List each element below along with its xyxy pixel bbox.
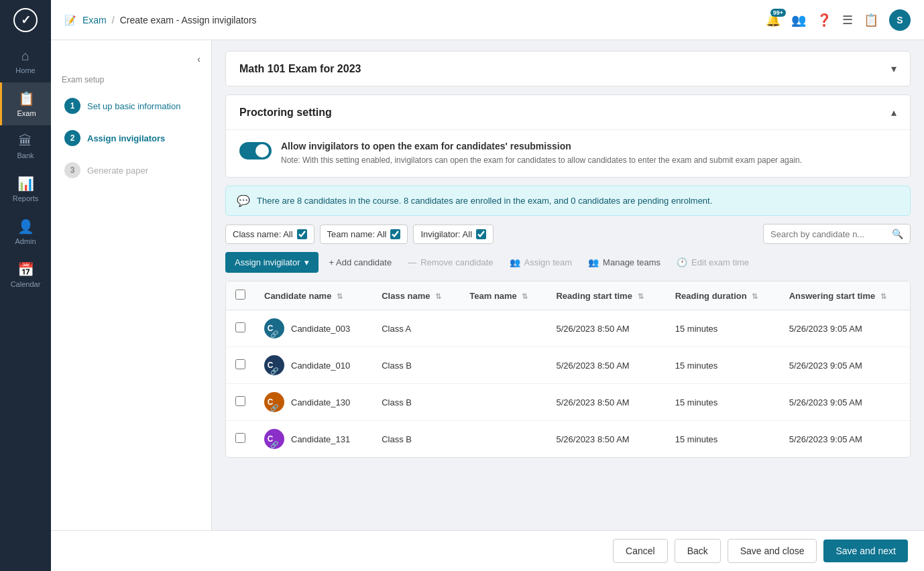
team-name-label: Team name (469, 291, 517, 301)
app-logo[interactable]: ✓ (0, 0, 51, 40)
sidebar-item-label: Bank (17, 151, 34, 160)
step-2[interactable]: 2 Assign invigilators (62, 125, 200, 151)
search-input[interactable] (770, 229, 888, 239)
row-answering-start-time: 5/26/2023 9:05 AM (780, 384, 910, 421)
left-panel: ‹ Exam setup 1 Set up basic information … (51, 40, 212, 571)
collapse-button[interactable]: ‹ (62, 54, 200, 64)
row-checkbox-cell[interactable] (226, 310, 255, 347)
help-icon[interactable]: ❓ (817, 13, 831, 27)
assign-invigilator-button[interactable]: Assign invigilator ▾ (225, 252, 319, 273)
row-checkbox[interactable] (235, 359, 245, 369)
add-candidate-button[interactable]: + Add candidate (324, 253, 398, 271)
back-button[interactable]: Back (675, 539, 721, 563)
assign-team-label: Assign team (524, 257, 573, 267)
step-3[interactable]: 3 Generate paper (62, 157, 200, 184)
sidebar-item-reports[interactable]: 📊 Reports (0, 168, 51, 210)
remove-candidate-label: Remove candidate (420, 257, 493, 267)
add-candidate-label: + Add candidate (329, 257, 392, 267)
step-2-number: 2 (64, 130, 80, 146)
bank-icon: 🏛 (19, 133, 32, 149)
team-name-sort-icon: ⇅ (522, 292, 528, 300)
exam-title: Math 101 Exam for 2023 (239, 63, 361, 75)
header-reading-duration[interactable]: Reading duration ⇅ (666, 281, 780, 310)
sidebar-item-calendar[interactable]: 📅 Calendar (0, 253, 51, 296)
row-checkbox-cell[interactable] (226, 384, 255, 421)
invigilator-filter-checkbox[interactable] (476, 229, 486, 239)
row-team-name (460, 310, 546, 347)
info-banner-text: There are 8 candidates in the course. 8 … (257, 196, 712, 206)
sidebar-item-exam[interactable]: 📋 Exam (0, 82, 51, 125)
reading-duration-sort-icon: ⇅ (752, 292, 758, 300)
clock-icon: 🕐 (677, 257, 687, 267)
users-icon[interactable]: 👥 (791, 13, 806, 27)
breadcrumb-link-exam[interactable]: Exam (82, 15, 107, 25)
row-checkbox[interactable] (235, 322, 245, 332)
assign-team-button: 👥 Assign team (504, 253, 578, 271)
admin-icon: 👤 (17, 218, 34, 235)
candidate-avatar: C 🔗 (264, 355, 284, 375)
main-layout: 📝 Exam / Create exam - Assign invigilato… (51, 0, 924, 571)
row-reading-start-time: 5/26/2023 8:50 AM (546, 310, 665, 347)
sidebar-item-label: Reports (13, 194, 39, 202)
manage-teams-icon: 👥 (588, 257, 599, 267)
bottom-bar: Cancel Back Save and close Save and next (51, 530, 924, 571)
resubmission-toggle[interactable] (239, 142, 272, 160)
sidebar-item-home[interactable]: ⌂ Home (0, 40, 51, 82)
assign-invigilator-label: Assign invigilator (235, 257, 300, 267)
row-reading-duration: 15 minutes (666, 310, 780, 347)
manage-teams-label: Manage teams (603, 257, 660, 267)
reading-start-sort-icon: ⇅ (638, 292, 644, 300)
exam-title-card-header[interactable]: Math 101 Exam for 2023 ▾ (226, 52, 910, 86)
candidate-avatar: C 🔗 (264, 392, 284, 412)
row-class-name: Class B (372, 347, 460, 384)
row-checkbox-cell[interactable] (226, 421, 255, 458)
reports-icon: 📊 (17, 176, 34, 192)
search-box[interactable]: 🔍 (763, 224, 911, 244)
sidebar-item-admin[interactable]: 👤 Admin (0, 210, 51, 253)
sidebar-item-bank[interactable]: 🏛 Bank (0, 125, 51, 168)
header-select-all[interactable] (226, 281, 255, 310)
table-row: C 🔗 Candidate_130 Class B 5/26/2023 8:50… (226, 384, 910, 421)
manage-teams-button[interactable]: 👥 Manage teams (583, 253, 666, 271)
row-class-name: Class B (372, 421, 460, 458)
candidate-avatar: C 🔗 (264, 429, 284, 449)
row-team-name (460, 347, 546, 384)
header-reading-start-time[interactable]: Reading start time ⇅ (546, 281, 665, 310)
class-filter-label: Class name: All (233, 229, 293, 239)
clipboard-icon[interactable]: 📋 (864, 13, 878, 27)
home-icon: ⌂ (21, 48, 30, 64)
list-icon[interactable]: ☰ (842, 13, 853, 27)
header-answering-start-time[interactable]: Answering start time ⇅ (780, 281, 910, 310)
user-avatar[interactable]: S (889, 9, 911, 31)
row-answering-start-time: 5/26/2023 9:05 AM (780, 347, 910, 384)
exam-setup-label: Exam setup (62, 75, 200, 84)
toggle-row: Allow invigilators to open the exam for … (239, 141, 897, 166)
save-close-button[interactable]: Save and close (728, 539, 817, 563)
table-row: C 🔗 Candidate_131 Class B 5/26/2023 8:50… (226, 421, 910, 458)
save-next-button[interactable]: Save and next (823, 540, 908, 562)
team-filter-checkbox[interactable] (390, 229, 400, 239)
row-answering-start-time: 5/26/2023 9:05 AM (780, 310, 910, 347)
class-filter-checkbox[interactable] (297, 229, 307, 239)
header-class-name[interactable]: Class name ⇅ (372, 281, 460, 310)
table-body: C 🔗 Candidate_003 Class A 5/26/2023 8:50… (226, 310, 910, 458)
row-checkbox-cell[interactable] (226, 347, 255, 384)
class-filter[interactable]: Class name: All (225, 225, 314, 244)
row-checkbox[interactable] (235, 433, 245, 443)
table-row: C 🔗 Candidate_003 Class A 5/26/2023 8:50… (226, 310, 910, 347)
candidates-table: Candidate name ⇅ Class name ⇅ Team name … (226, 281, 910, 457)
exam-title-card: Math 101 Exam for 2023 ▾ (225, 51, 911, 86)
step-1[interactable]: 1 Set up basic information (62, 92, 200, 119)
remove-candidate-button: — Remove candidate (402, 253, 498, 271)
header-team-name[interactable]: Team name ⇅ (460, 281, 546, 310)
cancel-button[interactable]: Cancel (613, 539, 668, 563)
proctoring-card-header[interactable]: Proctoring setting ▴ (226, 95, 910, 129)
step-1-number: 1 (64, 98, 80, 114)
row-checkbox[interactable] (235, 396, 245, 406)
invigilator-filter[interactable]: Invigilator: All (413, 225, 494, 244)
header-candidate-name[interactable]: Candidate name ⇅ (255, 281, 372, 310)
team-filter[interactable]: Team name: All (320, 225, 408, 244)
breadcrumb-icon: 📝 (64, 15, 76, 25)
notification-icon[interactable]: 🔔 99+ (766, 13, 781, 27)
select-all-checkbox[interactable] (235, 290, 245, 300)
